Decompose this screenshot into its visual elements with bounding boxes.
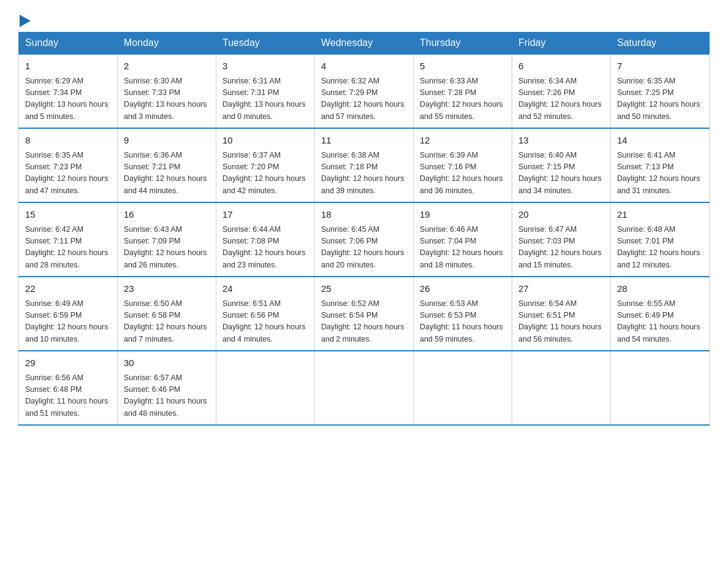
day-number: 11 [321,134,407,148]
calendar-cell: 5Sunrise: 6:33 AMSunset: 7:28 PMDaylight… [414,54,512,128]
day-number: 8 [25,134,111,148]
logo-image [18,12,33,29]
calendar-cell: 10Sunrise: 6:37 AMSunset: 7:20 PMDayligh… [216,128,315,202]
day-info: Sunrise: 6:35 AMSunset: 7:23 PMDaylight:… [25,150,111,197]
calendar-cell: 9Sunrise: 6:36 AMSunset: 7:21 PMDaylight… [118,128,216,202]
day-info: Sunrise: 6:40 AMSunset: 7:15 PMDaylight:… [518,150,604,197]
calendar-cell: 8Sunrise: 6:35 AMSunset: 7:23 PMDaylight… [19,128,118,202]
day-number: 14 [617,134,703,148]
day-info: Sunrise: 6:56 AMSunset: 6:48 PMDaylight:… [25,372,111,420]
day-number: 17 [222,208,308,222]
col-header-saturday: Saturday [611,33,710,55]
calendar-week-row: 1Sunrise: 6:29 AMSunset: 7:34 PMDaylight… [19,54,710,128]
day-number: 22 [25,282,111,296]
calendar-cell: 19Sunrise: 6:46 AMSunset: 7:04 PMDayligh… [414,202,512,277]
calendar-cell: 14Sunrise: 6:41 AMSunset: 7:13 PMDayligh… [611,128,710,202]
day-number: 29 [25,356,111,370]
day-info: Sunrise: 6:47 AMSunset: 7:03 PMDaylight:… [518,224,604,272]
day-info: Sunrise: 6:46 AMSunset: 7:04 PMDaylight:… [420,224,506,272]
calendar-cell [315,351,414,425]
calendar-cell: 23Sunrise: 6:50 AMSunset: 6:58 PMDayligh… [118,277,216,351]
day-number: 16 [124,208,210,222]
day-info: Sunrise: 6:54 AMSunset: 6:51 PMDaylight:… [518,298,604,346]
col-header-wednesday: Wednesday [315,33,414,55]
day-number: 25 [321,282,407,296]
calendar-cell: 15Sunrise: 6:42 AMSunset: 7:11 PMDayligh… [19,202,118,277]
day-number: 9 [124,134,210,148]
day-info: Sunrise: 6:43 AMSunset: 7:09 PMDaylight:… [124,224,210,272]
calendar-cell: 18Sunrise: 6:45 AMSunset: 7:06 PMDayligh… [315,202,414,277]
day-number: 6 [518,59,604,74]
day-number: 12 [420,134,506,148]
calendar-cell: 28Sunrise: 6:55 AMSunset: 6:49 PMDayligh… [611,277,710,351]
calendar-cell: 11Sunrise: 6:38 AMSunset: 7:18 PMDayligh… [315,128,414,202]
day-number: 23 [124,282,210,296]
day-info: Sunrise: 6:29 AMSunset: 7:34 PMDaylight:… [25,75,111,123]
day-info: Sunrise: 6:57 AMSunset: 6:46 PMDaylight:… [124,372,210,420]
calendar-cell: 6Sunrise: 6:34 AMSunset: 7:26 PMDaylight… [512,54,611,128]
calendar-week-row: 29Sunrise: 6:56 AMSunset: 6:48 PMDayligh… [19,351,710,425]
day-number: 13 [518,134,604,148]
day-number: 3 [222,59,308,74]
calendar-cell: 1Sunrise: 6:29 AMSunset: 7:34 PMDaylight… [19,54,118,128]
day-number: 21 [617,208,703,222]
day-info: Sunrise: 6:39 AMSunset: 7:16 PMDaylight:… [420,150,506,197]
day-info: Sunrise: 6:35 AMSunset: 7:25 PMDaylight:… [617,75,703,123]
calendar-cell: 21Sunrise: 6:48 AMSunset: 7:01 PMDayligh… [611,202,710,277]
logo-triangle-icon [20,12,33,29]
calendar-week-row: 22Sunrise: 6:49 AMSunset: 6:59 PMDayligh… [19,277,710,351]
calendar-cell: 12Sunrise: 6:39 AMSunset: 7:16 PMDayligh… [414,128,512,202]
logo [18,12,33,26]
calendar-cell: 4Sunrise: 6:32 AMSunset: 7:29 PMDaylight… [315,54,414,128]
day-number: 20 [518,208,604,222]
calendar-cell [512,351,611,425]
day-info: Sunrise: 6:48 AMSunset: 7:01 PMDaylight:… [617,224,703,272]
day-info: Sunrise: 6:42 AMSunset: 7:11 PMDaylight:… [25,224,111,272]
day-number: 2 [124,59,210,74]
day-info: Sunrise: 6:30 AMSunset: 7:33 PMDaylight:… [124,75,210,123]
day-info: Sunrise: 6:44 AMSunset: 7:08 PMDaylight:… [222,224,308,272]
day-info: Sunrise: 6:41 AMSunset: 7:13 PMDaylight:… [617,150,703,197]
day-number: 28 [617,282,703,296]
calendar-header-row: SundayMondayTuesdayWednesdayThursdayFrid… [19,33,710,55]
calendar-week-row: 15Sunrise: 6:42 AMSunset: 7:11 PMDayligh… [19,202,710,277]
col-header-thursday: Thursday [414,33,512,55]
col-header-monday: Monday [118,33,216,55]
calendar-cell: 13Sunrise: 6:40 AMSunset: 7:15 PMDayligh… [512,128,611,202]
day-number: 26 [420,282,506,296]
day-info: Sunrise: 6:53 AMSunset: 6:53 PMDaylight:… [420,298,506,346]
day-number: 4 [321,59,407,74]
calendar-cell: 22Sunrise: 6:49 AMSunset: 6:59 PMDayligh… [19,277,118,351]
day-info: Sunrise: 6:33 AMSunset: 7:28 PMDaylight:… [420,75,506,123]
calendar-cell: 17Sunrise: 6:44 AMSunset: 7:08 PMDayligh… [216,202,315,277]
day-info: Sunrise: 6:45 AMSunset: 7:06 PMDaylight:… [321,224,407,272]
day-number: 18 [321,208,407,222]
day-info: Sunrise: 6:36 AMSunset: 7:21 PMDaylight:… [124,150,210,197]
col-header-sunday: Sunday [19,33,118,55]
day-info: Sunrise: 6:32 AMSunset: 7:29 PMDaylight:… [321,75,407,123]
calendar-cell: 27Sunrise: 6:54 AMSunset: 6:51 PMDayligh… [512,277,611,351]
calendar-cell [216,351,315,425]
day-number: 19 [420,208,506,222]
day-info: Sunrise: 6:50 AMSunset: 6:58 PMDaylight:… [124,298,210,346]
day-number: 27 [518,282,604,296]
calendar-cell: 20Sunrise: 6:47 AMSunset: 7:03 PMDayligh… [512,202,611,277]
day-number: 1 [25,59,111,74]
day-info: Sunrise: 6:52 AMSunset: 6:54 PMDaylight:… [321,298,407,346]
calendar-table: SundayMondayTuesdayWednesdayThursdayFrid… [18,32,710,426]
calendar-week-row: 8Sunrise: 6:35 AMSunset: 7:23 PMDaylight… [19,128,710,202]
col-header-tuesday: Tuesday [216,33,315,55]
calendar-cell [414,351,512,425]
col-header-friday: Friday [512,33,611,55]
calendar-cell [611,351,710,425]
day-number: 5 [420,59,506,74]
calendar-cell: 29Sunrise: 6:56 AMSunset: 6:48 PMDayligh… [19,351,118,425]
day-number: 10 [222,134,308,148]
page-header [18,12,710,26]
day-info: Sunrise: 6:55 AMSunset: 6:49 PMDaylight:… [617,298,703,346]
day-number: 15 [25,208,111,222]
calendar-cell: 3Sunrise: 6:31 AMSunset: 7:31 PMDaylight… [216,54,315,128]
day-number: 30 [124,356,210,370]
calendar-cell: 30Sunrise: 6:57 AMSunset: 6:46 PMDayligh… [118,351,216,425]
day-info: Sunrise: 6:34 AMSunset: 7:26 PMDaylight:… [518,75,604,123]
